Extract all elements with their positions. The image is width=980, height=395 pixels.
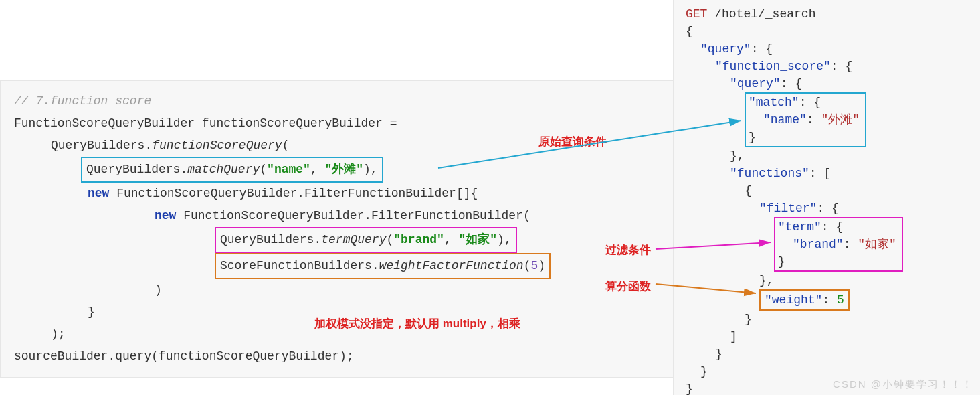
keyword: new [88, 187, 109, 200]
json-brace: } [686, 311, 980, 328]
watermark: CSDN @小钟要学习！！！ [833, 378, 973, 391]
code-text: ), [497, 233, 512, 246]
string-literal: "外滩" [325, 163, 364, 176]
keyword: new [155, 209, 176, 222]
method-name: functionScoreQuery [152, 139, 282, 152]
code-text: ), [363, 163, 378, 176]
url-path: /hotel/_search [707, 7, 815, 21]
java-code-panel: // 7.function score FunctionScoreQueryBu… [0, 80, 680, 378]
json-text: : { [799, 96, 821, 109]
method-name: weightFactorFunction [379, 259, 524, 272]
json-brace: } [686, 345, 980, 363]
method-name: termQuery [321, 233, 386, 246]
annotation-boost-mode: 加权模式没指定，默认用 multiply，相乘 [314, 316, 520, 331]
code-text: ( [260, 163, 267, 176]
json-brace: { [686, 23, 980, 40]
json-key: "filter" [759, 202, 817, 215]
json-brace: } [778, 253, 896, 270]
json-string: "如家" [858, 238, 896, 251]
json-weight-box: "weight": 5 [759, 289, 850, 311]
code-text: FunctionScoreQueryBuilder.FilterFunction… [176, 209, 530, 222]
json-key: "query" [700, 42, 751, 56]
json-text: : { [751, 42, 773, 56]
string-literal: "brand" [393, 233, 444, 246]
code-text: QueryBuilders. [86, 163, 187, 176]
code-line: FunctionScoreQueryBuilder functionScoreQ… [14, 112, 680, 135]
code-text: , [310, 163, 325, 176]
json-key: "term" [778, 220, 821, 234]
json-text: : { [817, 202, 838, 215]
json-brace: }, [686, 147, 980, 165]
code-text: FunctionScoreQueryBuilder.FilterFunction… [109, 187, 478, 200]
json-key: "functions" [730, 167, 809, 180]
code-text: ( [386, 233, 393, 246]
string-literal: "name" [267, 163, 310, 176]
json-text: : { [781, 77, 802, 90]
json-key: "match" [749, 96, 799, 109]
json-match-box: "match": { "name": "外滩" } [745, 92, 866, 147]
code-text: QueryBuilders. [220, 233, 321, 246]
number-literal: 5 [531, 259, 538, 272]
json-text: : [807, 113, 821, 127]
json-key: "weight" [765, 293, 822, 307]
term-query-box: QueryBuilders.termQuery("brand", "如家"), [215, 227, 517, 253]
annotation-filter: 过滤条件 [605, 242, 651, 258]
code-text: ) [538, 259, 545, 272]
code-line: sourceBuilder.query(functionScoreQueryBu… [14, 345, 680, 368]
json-text: : { [821, 220, 843, 234]
annotation-original-query: 原始查询条件 [538, 134, 607, 149]
http-method: GET [686, 7, 707, 21]
code-text: ) [14, 279, 680, 301]
match-query-box: QueryBuilders.matchQuery("name", "外滩"), [81, 157, 383, 183]
json-text: : [844, 238, 858, 251]
json-number: 5 [837, 293, 844, 307]
annotation-score-func: 算分函数 [605, 279, 651, 294]
json-brace: { [686, 182, 980, 200]
json-key: "name" [763, 113, 807, 127]
json-text: : { [831, 60, 852, 73]
json-key: "query" [730, 77, 781, 90]
code-text: QueryBuilders. [51, 139, 152, 152]
code-text: ( [282, 139, 290, 152]
json-brace: }, [686, 272, 980, 289]
json-key: "brand" [793, 238, 844, 251]
code-text: ( [524, 259, 531, 272]
json-string: "外滩" [821, 113, 860, 127]
code-text: , [444, 233, 459, 246]
string-literal: "如家" [459, 233, 498, 246]
json-text: : [822, 293, 837, 307]
code-comment: // 7.function score [14, 94, 151, 108]
method-name: matchQuery [187, 163, 260, 176]
weight-function-box: ScoreFunctionBuilders.weightFactorFuncti… [215, 253, 551, 279]
json-term-box: "term": { "brand": "如家" } [774, 217, 903, 272]
json-panel: GET /hotel/_search { "query": { "functio… [673, 0, 980, 395]
json-text: : [ [809, 167, 831, 180]
code-text: ScoreFunctionBuilders. [220, 259, 379, 272]
json-key: "function_score" [715, 60, 831, 73]
json-brace: ] [686, 328, 980, 345]
json-brace: } [749, 129, 860, 146]
